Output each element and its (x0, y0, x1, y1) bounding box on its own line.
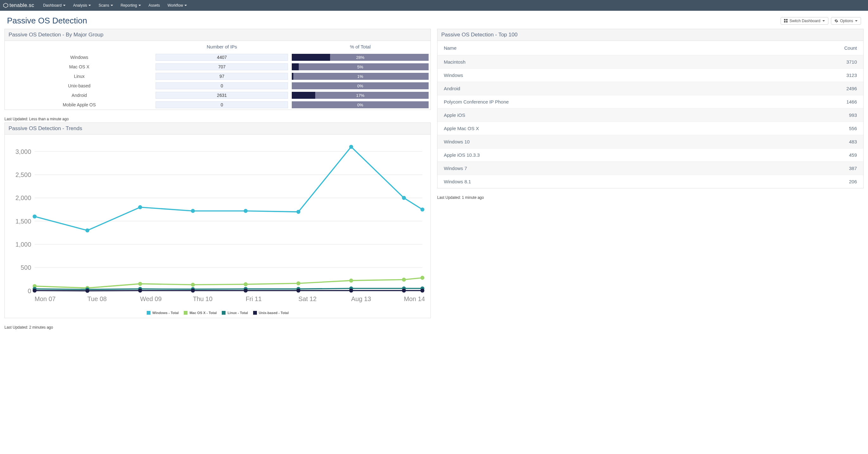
options-button[interactable]: Options (831, 17, 861, 25)
svg-text:500: 500 (21, 264, 31, 271)
nav-item-assets[interactable]: Assets (145, 3, 164, 8)
os-name: Macintosh (437, 56, 758, 69)
svg-point-29 (138, 205, 142, 209)
svg-rect-1 (784, 19, 786, 21)
chevron-down-icon (88, 5, 91, 6)
trends-legend: Windows - TotalMac OS X - TotalLinux - T… (6, 309, 429, 317)
svg-point-58 (244, 288, 248, 293)
panel-trends: Passive OS Detection - Trends 05001,0001… (4, 123, 431, 318)
legend-swatch (147, 311, 151, 315)
svg-text:Wed 09: Wed 09 (140, 295, 161, 302)
panel-header: Passive OS Detection - Top 100 (437, 29, 863, 41)
nav-item-workflow[interactable]: Workflow (164, 3, 191, 8)
top100-footer: Last Updated: 1 minute ago (437, 194, 864, 201)
nav-item-reporting[interactable]: Reporting (117, 3, 145, 8)
table-row[interactable]: Windows 7 387 (437, 162, 863, 175)
grid-icon (784, 19, 787, 23)
legend-item[interactable]: Mac OS X - Total (184, 311, 217, 315)
table-row[interactable]: Windows 4407 28% (5, 53, 431, 62)
panel-header: Passive OS Detection - By Major Group (5, 29, 431, 41)
table-row[interactable]: Polycom Conference IP Phone 1466 (437, 95, 863, 108)
os-label: Linux (5, 71, 154, 81)
ip-count: 0 (156, 82, 288, 89)
svg-point-42 (349, 279, 353, 283)
nav-item-analysis[interactable]: Analysis (69, 3, 95, 8)
os-count: 556 (758, 122, 863, 135)
table-row[interactable]: Unix-based 0 0% (5, 81, 431, 91)
gear-icon (834, 19, 838, 23)
os-count: 3710 (758, 56, 863, 69)
main-nav: DashboardAnalysisScansReportingAssetsWor… (39, 3, 191, 8)
svg-point-55 (86, 289, 90, 293)
table-row[interactable]: Mobile Apple OS 0 0% (5, 100, 431, 109)
svg-marker-0 (3, 3, 8, 8)
os-name: Android (437, 82, 758, 95)
nav-label: Reporting (121, 3, 137, 8)
pct-bar: 0% (292, 101, 429, 108)
chevron-down-icon (184, 5, 187, 6)
table-row[interactable]: Apple iOS 993 (437, 108, 863, 122)
chevron-down-icon (138, 5, 141, 6)
legend-item[interactable]: Windows - Total (147, 311, 179, 315)
os-name: Windows 7 (437, 162, 758, 175)
ip-count: 97 (156, 73, 288, 80)
nav-item-scans[interactable]: Scans (95, 3, 117, 8)
nav-label: Scans (98, 3, 109, 8)
brand[interactable]: tenable.sc (3, 3, 34, 8)
os-label: Unix-based (5, 81, 154, 91)
switch-dashboard-label: Switch Dashboard (789, 19, 820, 23)
options-label: Options (840, 19, 853, 23)
col-count: Count (758, 41, 863, 56)
table-row[interactable]: Apple iOS 10.3.3 459 (437, 149, 863, 162)
legend-swatch (253, 311, 257, 315)
svg-text:Fri 11: Fri 11 (246, 295, 262, 302)
svg-point-40 (244, 283, 248, 287)
major-group-table: Number of IPs % of Total Windows 4407 28… (5, 41, 431, 109)
table-row[interactable]: Windows 10 483 (437, 135, 863, 149)
svg-point-27 (33, 214, 37, 219)
page-title: Passive OS Detection (7, 16, 87, 26)
os-count: 3123 (758, 69, 863, 82)
chevron-down-icon (855, 20, 858, 22)
legend-item[interactable]: Unix-based - Total (253, 311, 289, 315)
table-row[interactable]: Mac OS X 707 5% (5, 62, 431, 71)
svg-point-56 (138, 288, 142, 293)
nav-item-dashboard[interactable]: Dashboard (39, 3, 69, 8)
svg-point-60 (349, 288, 353, 293)
svg-text:Mon 14: Mon 14 (404, 295, 425, 302)
os-label: Android (5, 91, 154, 100)
legend-item[interactable]: Linux - Total (222, 311, 248, 315)
svg-point-59 (297, 288, 301, 293)
table-row[interactable]: Linux 97 1% (5, 71, 431, 81)
svg-rect-4 (786, 21, 788, 23)
table-row[interactable]: Windows 8.1 206 (437, 175, 863, 188)
ip-count: 2631 (156, 92, 288, 99)
svg-point-57 (191, 288, 195, 293)
svg-point-61 (402, 288, 406, 293)
panel-top100: Passive OS Detection - Top 100 Name Coun… (437, 29, 864, 188)
table-row[interactable]: Windows 3123 (437, 69, 863, 82)
topbar: tenable.sc DashboardAnalysisScansReporti… (0, 0, 868, 11)
svg-point-43 (402, 278, 406, 282)
os-count: 993 (758, 108, 863, 122)
pct-bar: 1% (292, 73, 429, 80)
table-row[interactable]: Android 2631 17% (5, 91, 431, 100)
brand-name: tenable.sc (9, 3, 34, 8)
os-name: Windows 10 (437, 135, 758, 149)
switch-dashboard-button[interactable]: Switch Dashboard (781, 17, 828, 25)
table-row[interactable]: Android 2496 (437, 82, 863, 95)
table-row[interactable]: Macintosh 3710 (437, 56, 863, 69)
os-count: 459 (758, 149, 863, 162)
svg-text:1,500: 1,500 (16, 218, 31, 225)
table-row[interactable]: Apple Mac OS X 556 (437, 122, 863, 135)
legend-label: Linux - Total (227, 311, 248, 315)
nav-label: Dashboard (43, 3, 62, 8)
legend-label: Mac OS X - Total (189, 311, 217, 315)
svg-point-38 (138, 282, 142, 286)
svg-point-32 (297, 210, 301, 214)
svg-text:1,000: 1,000 (16, 241, 31, 248)
os-name: Apple iOS 10.3.3 (437, 149, 758, 162)
svg-text:2,500: 2,500 (16, 171, 31, 178)
nav-label: Assets (149, 3, 160, 8)
chevron-down-icon (63, 5, 66, 6)
